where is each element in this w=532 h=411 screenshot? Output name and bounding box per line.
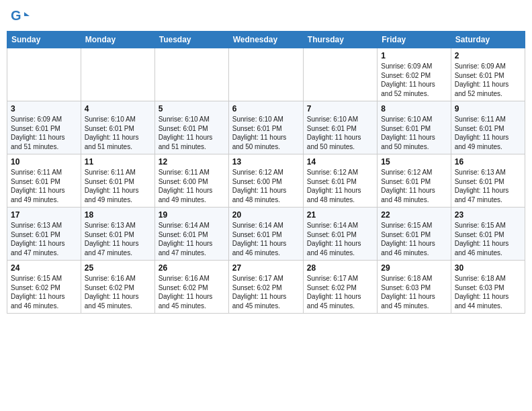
day-number: 13 <box>232 157 300 167</box>
calendar-day-cell: 14Sunrise: 6:12 AM Sunset: 6:01 PM Dayli… <box>303 154 377 208</box>
day-info: Sunrise: 6:15 AM Sunset: 6:01 PM Dayligh… <box>381 221 447 257</box>
calendar-day-cell: 29Sunrise: 6:18 AM Sunset: 6:03 PM Dayli… <box>378 261 451 314</box>
calendar-day-cell: 15Sunrise: 6:12 AM Sunset: 6:01 PM Dayli… <box>378 154 451 208</box>
day-info: Sunrise: 6:17 AM Sunset: 6:02 PM Dayligh… <box>232 274 300 310</box>
day-info: Sunrise: 6:10 AM Sunset: 6:01 PM Dayligh… <box>307 115 373 151</box>
calendar-day-cell: 13Sunrise: 6:12 AM Sunset: 6:00 PM Dayli… <box>228 154 303 208</box>
day-number: 1 <box>381 51 447 60</box>
day-number: 6 <box>232 104 300 113</box>
calendar-week-row: 1Sunrise: 6:09 AM Sunset: 6:02 PM Daylig… <box>7 48 525 101</box>
calendar-week-row: 10Sunrise: 6:11 AM Sunset: 6:01 PM Dayli… <box>7 154 525 208</box>
day-info: Sunrise: 6:10 AM Sunset: 6:01 PM Dayligh… <box>232 115 300 151</box>
day-info: Sunrise: 6:09 AM Sunset: 6:01 PM Dayligh… <box>455 62 521 98</box>
day-number: 7 <box>307 104 373 113</box>
day-number: 24 <box>11 263 77 273</box>
calendar-day-cell <box>228 48 303 101</box>
day-number: 11 <box>85 157 151 167</box>
day-info: Sunrise: 6:13 AM Sunset: 6:01 PM Dayligh… <box>455 168 521 204</box>
calendar-day-cell: 30Sunrise: 6:18 AM Sunset: 6:03 PM Dayli… <box>451 261 525 314</box>
day-number: 4 <box>85 104 151 113</box>
day-number: 16 <box>455 157 521 167</box>
day-number: 8 <box>381 104 447 113</box>
day-info: Sunrise: 6:11 AM Sunset: 6:00 PM Dayligh… <box>159 168 225 204</box>
day-number: 28 <box>307 263 373 273</box>
calendar-day-cell: 11Sunrise: 6:11 AM Sunset: 6:01 PM Dayli… <box>81 154 154 208</box>
day-number: 18 <box>85 210 151 220</box>
calendar-day-cell <box>7 48 81 101</box>
calendar-day-cell: 10Sunrise: 6:11 AM Sunset: 6:01 PM Dayli… <box>7 154 81 208</box>
day-info: Sunrise: 6:09 AM Sunset: 6:02 PM Dayligh… <box>381 62 447 98</box>
day-info: Sunrise: 6:16 AM Sunset: 6:02 PM Dayligh… <box>159 274 225 310</box>
day-info: Sunrise: 6:14 AM Sunset: 6:01 PM Dayligh… <box>232 221 300 257</box>
day-info: Sunrise: 6:12 AM Sunset: 6:00 PM Dayligh… <box>232 168 300 204</box>
day-info: Sunrise: 6:11 AM Sunset: 6:01 PM Dayligh… <box>11 168 77 204</box>
calendar-day-cell: 3Sunrise: 6:09 AM Sunset: 6:01 PM Daylig… <box>7 101 81 154</box>
day-info: Sunrise: 6:14 AM Sunset: 6:01 PM Dayligh… <box>307 221 373 257</box>
day-info: Sunrise: 6:14 AM Sunset: 6:01 PM Dayligh… <box>159 221 225 257</box>
day-info: Sunrise: 6:12 AM Sunset: 6:01 PM Dayligh… <box>381 168 447 204</box>
weekday-header-cell: Thursday <box>303 32 377 48</box>
day-info: Sunrise: 6:15 AM Sunset: 6:01 PM Dayligh… <box>455 221 521 257</box>
logo: G <box>9 7 31 27</box>
calendar-day-cell: 22Sunrise: 6:15 AM Sunset: 6:01 PM Dayli… <box>378 208 451 261</box>
day-info: Sunrise: 6:11 AM Sunset: 6:01 PM Dayligh… <box>85 168 151 204</box>
day-number: 14 <box>307 157 373 167</box>
day-info: Sunrise: 6:13 AM Sunset: 6:01 PM Dayligh… <box>11 221 77 257</box>
day-info: Sunrise: 6:11 AM Sunset: 6:01 PM Dayligh… <box>455 115 521 151</box>
calendar-day-cell: 28Sunrise: 6:17 AM Sunset: 6:02 PM Dayli… <box>303 261 377 314</box>
svg-text:G: G <box>11 8 21 23</box>
calendar-day-cell: 19Sunrise: 6:14 AM Sunset: 6:01 PM Dayli… <box>154 208 228 261</box>
day-info: Sunrise: 6:13 AM Sunset: 6:01 PM Dayligh… <box>85 221 151 257</box>
calendar-day-cell: 26Sunrise: 6:16 AM Sunset: 6:02 PM Dayli… <box>154 261 228 314</box>
calendar-day-cell: 16Sunrise: 6:13 AM Sunset: 6:01 PM Dayli… <box>451 154 525 208</box>
day-info: Sunrise: 6:17 AM Sunset: 6:02 PM Dayligh… <box>307 274 373 310</box>
day-number: 15 <box>381 157 447 167</box>
calendar-week-row: 3Sunrise: 6:09 AM Sunset: 6:01 PM Daylig… <box>7 101 525 154</box>
calendar-day-cell: 17Sunrise: 6:13 AM Sunset: 6:01 PM Dayli… <box>7 208 81 261</box>
weekday-header-cell: Sunday <box>7 32 81 48</box>
day-info: Sunrise: 6:12 AM Sunset: 6:01 PM Dayligh… <box>307 168 373 204</box>
calendar-day-cell: 2Sunrise: 6:09 AM Sunset: 6:01 PM Daylig… <box>451 48 525 101</box>
calendar-day-cell: 25Sunrise: 6:16 AM Sunset: 6:02 PM Dayli… <box>81 261 154 314</box>
weekday-header-cell: Friday <box>378 32 451 48</box>
day-number: 26 <box>159 263 225 273</box>
calendar-day-cell: 18Sunrise: 6:13 AM Sunset: 6:01 PM Dayli… <box>81 208 154 261</box>
day-number: 27 <box>232 263 300 273</box>
calendar-day-cell: 4Sunrise: 6:10 AM Sunset: 6:01 PM Daylig… <box>81 101 154 154</box>
calendar-day-cell: 5Sunrise: 6:10 AM Sunset: 6:01 PM Daylig… <box>154 101 228 154</box>
calendar-day-cell: 9Sunrise: 6:11 AM Sunset: 6:01 PM Daylig… <box>451 101 525 154</box>
weekday-header-cell: Saturday <box>451 32 525 48</box>
day-number: 3 <box>11 104 77 113</box>
day-number: 20 <box>232 210 300 220</box>
day-info: Sunrise: 6:16 AM Sunset: 6:02 PM Dayligh… <box>85 274 151 310</box>
calendar-day-cell: 24Sunrise: 6:15 AM Sunset: 6:02 PM Dayli… <box>7 261 81 314</box>
day-number: 22 <box>381 210 447 220</box>
calendar-day-cell: 12Sunrise: 6:11 AM Sunset: 6:00 PM Dayli… <box>154 154 228 208</box>
calendar-day-cell: 8Sunrise: 6:10 AM Sunset: 6:01 PM Daylig… <box>378 101 451 154</box>
day-info: Sunrise: 6:18 AM Sunset: 6:03 PM Dayligh… <box>381 274 447 310</box>
calendar-day-cell <box>154 48 228 101</box>
day-number: 2 <box>455 51 521 60</box>
calendar-day-cell: 7Sunrise: 6:10 AM Sunset: 6:01 PM Daylig… <box>303 101 377 154</box>
day-number: 29 <box>381 263 447 273</box>
calendar-week-row: 17Sunrise: 6:13 AM Sunset: 6:01 PM Dayli… <box>7 208 525 261</box>
day-number: 25 <box>85 263 151 273</box>
weekday-header-cell: Tuesday <box>154 32 228 48</box>
weekday-header-row: SundayMondayTuesdayWednesdayThursdayFrid… <box>7 32 525 48</box>
day-number: 21 <box>307 210 373 220</box>
calendar-week-row: 24Sunrise: 6:15 AM Sunset: 6:02 PM Dayli… <box>7 261 525 314</box>
day-number: 5 <box>159 104 225 113</box>
day-info: Sunrise: 6:09 AM Sunset: 6:01 PM Dayligh… <box>11 115 77 151</box>
day-number: 19 <box>159 210 225 220</box>
day-number: 9 <box>455 104 521 113</box>
calendar-day-cell <box>303 48 377 101</box>
calendar-header: SundayMondayTuesdayWednesdayThursdayFrid… <box>7 32 525 48</box>
calendar-day-cell: 6Sunrise: 6:10 AM Sunset: 6:01 PM Daylig… <box>228 101 303 154</box>
weekday-header-cell: Wednesday <box>228 32 303 48</box>
day-info: Sunrise: 6:18 AM Sunset: 6:03 PM Dayligh… <box>455 274 521 310</box>
weekday-header-cell: Monday <box>81 32 154 48</box>
day-number: 12 <box>159 157 225 167</box>
day-info: Sunrise: 6:10 AM Sunset: 6:01 PM Dayligh… <box>159 115 225 151</box>
calendar-day-cell: 23Sunrise: 6:15 AM Sunset: 6:01 PM Dayli… <box>451 208 525 261</box>
calendar-table: SundayMondayTuesdayWednesdayThursdayFrid… <box>7 31 525 314</box>
